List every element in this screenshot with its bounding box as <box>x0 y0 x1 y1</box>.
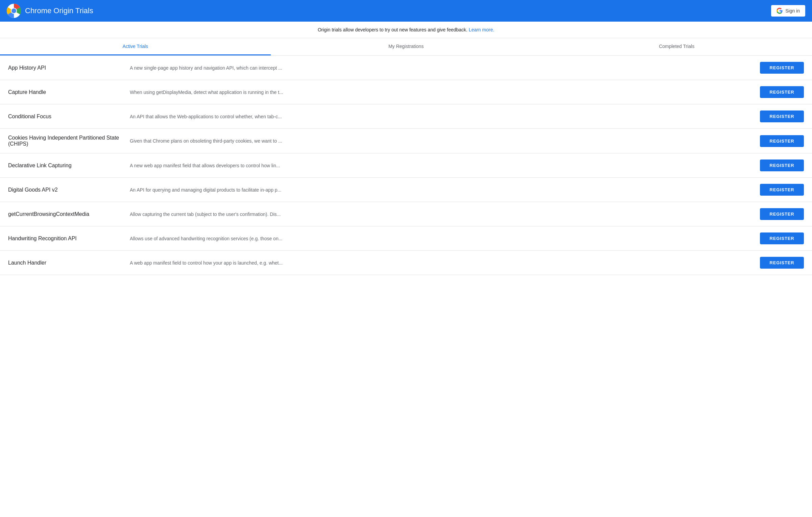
register-button[interactable]: REGISTER <box>760 135 804 147</box>
register-button[interactable]: REGISTER <box>760 184 804 196</box>
trial-row: Handwriting Recognition API Allows use o… <box>0 226 812 251</box>
trial-row: getCurrentBrowsingContextMedia Allow cap… <box>0 202 812 226</box>
trial-row: Capture Handle When using getDisplayMedi… <box>0 80 812 104</box>
trial-description: An API that allows the Web-applications … <box>130 114 753 119</box>
tab-my-registrations[interactable]: My Registrations <box>271 38 542 55</box>
trial-row: Launch Handler A web app manifest field … <box>0 251 812 275</box>
trial-name: Cookies Having Independent Partitioned S… <box>8 135 123 147</box>
trial-name: Digital Goods API v2 <box>8 187 123 193</box>
tab-completed-trials[interactable]: Completed Trials <box>541 38 812 55</box>
trial-name: Handwriting Recognition API <box>8 236 123 242</box>
trial-description: A new web app manifest field that allows… <box>130 163 753 168</box>
sign-in-label: Sign in <box>785 8 800 14</box>
trial-name: Conditional Focus <box>8 114 123 120</box>
subtitle-bar: Origin trials allow developers to try ou… <box>0 22 812 38</box>
trial-name: Declarative Link Capturing <box>8 163 123 169</box>
tabs-nav: Active Trials My Registrations Completed… <box>0 38 812 56</box>
trial-name: Capture Handle <box>8 89 123 95</box>
trial-row: Cookies Having Independent Partitioned S… <box>0 129 812 153</box>
trial-description: When using getDisplayMedia, detect what … <box>130 90 753 95</box>
subtitle-text: Origin trials allow developers to try ou… <box>318 27 468 32</box>
tab-active-trials[interactable]: Active Trials <box>0 38 271 55</box>
trial-row: App History API A new single-page app hi… <box>0 56 812 80</box>
trial-name: Launch Handler <box>8 260 123 266</box>
register-button[interactable]: REGISTER <box>760 208 804 220</box>
register-button[interactable]: REGISTER <box>760 159 804 171</box>
register-button[interactable]: REGISTER <box>760 232 804 244</box>
trials-list: App History API A new single-page app hi… <box>0 56 812 275</box>
trial-description: A web app manifest field to control how … <box>130 260 753 266</box>
trial-row: Digital Goods API v2 An API for querying… <box>0 178 812 202</box>
chrome-logo-icon <box>7 4 21 18</box>
register-button[interactable]: REGISTER <box>760 110 804 122</box>
app-title: Chrome Origin Trials <box>25 6 93 15</box>
header-left: Chrome Origin Trials <box>7 4 93 18</box>
learn-more-link[interactable]: Learn more. <box>469 27 494 32</box>
register-button[interactable]: REGISTER <box>760 62 804 74</box>
register-button[interactable]: REGISTER <box>760 86 804 98</box>
app-header: Chrome Origin Trials Sign in <box>0 0 812 22</box>
trial-name: getCurrentBrowsingContextMedia <box>8 211 123 217</box>
trial-row: Conditional Focus An API that allows the… <box>0 104 812 129</box>
google-g-icon <box>777 8 783 14</box>
trial-row: Declarative Link Capturing A new web app… <box>0 153 812 178</box>
trial-description: An API for querying and managing digital… <box>130 187 753 193</box>
register-button[interactable]: REGISTER <box>760 257 804 269</box>
svg-point-2 <box>11 8 16 13</box>
trial-description: Allow capturing the current tab (subject… <box>130 212 753 217</box>
trial-description: Allows use of advanced handwriting recog… <box>130 236 753 241</box>
sign-in-button[interactable]: Sign in <box>771 5 805 17</box>
trial-description: A new single-page app history and naviga… <box>130 65 753 71</box>
trial-name: App History API <box>8 65 123 71</box>
trial-description: Given that Chrome plans on obsoleting th… <box>130 138 753 144</box>
